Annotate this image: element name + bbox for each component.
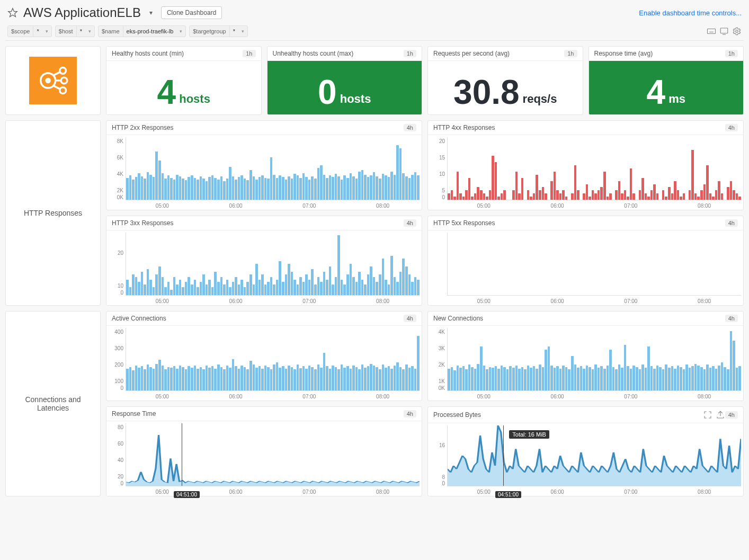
logo-card <box>5 46 101 115</box>
star-icon[interactable] <box>7 7 18 18</box>
svg-point-12 <box>60 68 66 74</box>
dashboard-title: AWS ApplicationELB <box>23 5 141 20</box>
variable-bar: $scope*▾$host*▾$nameeks-prod-traefik-lb▾… <box>5 22 744 41</box>
variable-name[interactable]: $nameeks-prod-traefik-lb▾ <box>98 25 186 37</box>
variable-scope[interactable]: $scope*▾ <box>7 25 52 37</box>
svg-point-13 <box>61 77 67 84</box>
stat-card[interactable]: Healthy hosts count (min)1h4hosts <box>106 46 262 115</box>
keyboard-icon[interactable] <box>707 26 716 36</box>
chart-http-2xx[interactable]: HTTP 2xx Responses4h8K6K4K2K0K05:0006:00… <box>106 120 422 210</box>
connections-row: Connections and Latencies Active Connect… <box>5 311 744 496</box>
plot-area[interactable]: Total: 16 MiB <box>447 425 741 486</box>
svg-point-9 <box>736 30 738 33</box>
stats-row: Healthy hosts count (min)1h4hostsUnhealt… <box>5 46 744 115</box>
svg-line-17 <box>53 85 60 89</box>
fullscreen-icon[interactable] <box>703 410 712 420</box>
chart-response-time[interactable]: Response Time4h80604020004:51:0005:0006:… <box>106 406 422 496</box>
plot-area[interactable] <box>126 423 420 486</box>
chart-new-connections[interactable]: New Connections4h4K3K2K1K0K05:0006:0007:… <box>427 311 744 401</box>
stat-card[interactable]: Requests per second (avg)1h30.8reqs/s <box>427 46 583 115</box>
tv-icon[interactable] <box>719 26 729 36</box>
section-label-conn: Connections and Latencies <box>5 311 101 496</box>
variable-targetgroup[interactable]: $targetgroup*▾ <box>189 25 248 37</box>
svg-point-14 <box>60 87 66 94</box>
chart-http-5xx[interactable]: HTTP 5xx Responses4h05:0006:0007:0008:00 <box>427 216 744 306</box>
chart-active-connections[interactable]: Active Connections4h400300200100005:0006… <box>106 311 422 401</box>
gear-icon[interactable] <box>732 26 742 36</box>
chart-processed-bytes[interactable]: Processed Bytes4h1680Total: 16 MiB04:51:… <box>427 406 744 496</box>
svg-line-15 <box>53 72 60 76</box>
svg-rect-1 <box>708 29 716 34</box>
chart-http-4xx[interactable]: HTTP 4xx Responses4h2015105005:0006:0007… <box>427 120 744 210</box>
title-dropdown-icon[interactable]: ▾ <box>146 6 156 20</box>
clone-dashboard-button[interactable]: Clone Dashboard <box>161 6 222 19</box>
plot-area[interactable] <box>126 233 420 296</box>
dashboard-header: AWS ApplicationELB ▾ Clone Dashboard Ena… <box>5 5 744 22</box>
svg-rect-7 <box>720 28 728 33</box>
enable-time-controls-link[interactable]: Enable dashboard time controls... <box>639 9 742 17</box>
plot-area[interactable] <box>447 137 741 200</box>
svg-point-11 <box>46 79 50 83</box>
aws-elb-logo <box>29 57 77 104</box>
svg-marker-0 <box>8 8 17 17</box>
variable-host[interactable]: $host*▾ <box>55 25 95 37</box>
http-responses-row: HTTP Responses HTTP 2xx Responses4h8K6K4… <box>5 120 744 306</box>
hover-tooltip: Total: 16 MiB <box>509 430 549 439</box>
plot-area[interactable] <box>447 328 741 391</box>
section-label-http: HTTP Responses <box>5 120 101 306</box>
plot-area[interactable] <box>126 328 420 391</box>
stat-card[interactable]: Response time (avg)1h4ms <box>588 46 744 115</box>
plot-area[interactable] <box>126 137 420 200</box>
plot-area[interactable] <box>447 233 741 296</box>
export-icon[interactable] <box>716 410 725 420</box>
stat-card[interactable]: Unhealthy hosts count (max)1h0hosts <box>267 46 423 115</box>
chart-http-3xx[interactable]: HTTP 3xx Responses4h2010005:0006:0007:00… <box>106 216 422 306</box>
